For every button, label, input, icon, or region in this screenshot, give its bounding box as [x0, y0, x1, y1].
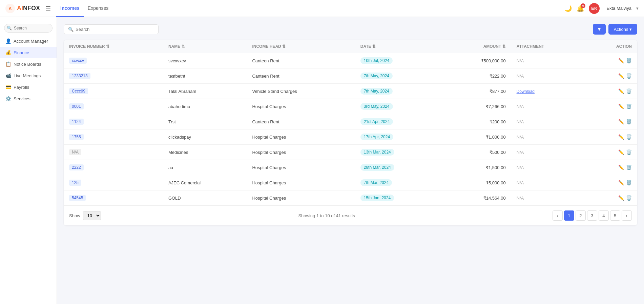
cell-name: abaho timo [163, 99, 247, 114]
invoice-badge: 1755 [69, 134, 84, 140]
attachment-na: N/A [517, 104, 524, 109]
pagination-next[interactable]: › [622, 210, 632, 221]
cell-amount: ₹500.00 [442, 145, 511, 160]
logo: A AINFOX [5, 4, 40, 13]
download-link[interactable]: Download [517, 89, 535, 94]
date-badge: 28th Mar, 2024 [360, 164, 394, 171]
table-body: xcvxcv svcxvxcv Canteen Rent 10th Jul, 2… [64, 53, 637, 206]
pagination-bar: Show 10 20 50 Showing 1 to 10 of 41 resu… [64, 205, 637, 225]
cell-income-head: Hospital Charges [247, 129, 355, 145]
cell-date: 3rd May, 2024 [355, 99, 442, 114]
delete-button[interactable]: 🗑️ [626, 149, 632, 155]
tab-expenses[interactable]: Expenses [84, 0, 112, 17]
pagination-prev[interactable]: ‹ [553, 210, 563, 221]
delete-button[interactable]: 🗑️ [626, 119, 632, 124]
edit-button[interactable]: ✏️ [618, 88, 624, 94]
results-text: Showing 1 to 10 of 41 results [298, 213, 355, 218]
edit-button[interactable]: ✏️ [618, 165, 624, 170]
cell-action: ✏️ 🗑️ [586, 68, 637, 84]
delete-button[interactable]: 🗑️ [626, 134, 632, 140]
cell-name: Trst [163, 114, 247, 129]
edit-button[interactable]: ✏️ [618, 180, 624, 185]
col-name: NAME ⇅ [163, 40, 247, 53]
invoice-badge: 54545 [69, 195, 86, 201]
cell-invoice: Cccc99 [64, 84, 163, 99]
cell-attachment: N/A [511, 175, 586, 190]
cell-invoice: 2222 [64, 160, 163, 175]
sidebar-item-label-finance: Finance [14, 50, 29, 55]
main-content: 🔍 ▼ Actions ▾ INVOICE NUMBER ⇅ NAM [57, 17, 644, 304]
app-layout: A AINFOX ☰ Incomes Expenses 🌙 🔔 9 EK Ekt… [0, 0, 644, 304]
edit-button[interactable]: ✏️ [618, 104, 624, 109]
cell-income-head: Hospital Charges [247, 99, 355, 114]
sidebar-item-label-notice-boards: Notice Boards [14, 62, 41, 67]
sidebar-item-live-meetings[interactable]: 📹 Live Meetings [0, 70, 57, 81]
cell-action: ✏️ 🗑️ [586, 145, 637, 160]
cell-amount: ₹7,266.00 [442, 99, 511, 114]
invoice-badge: xcvxcv [69, 58, 87, 64]
col-amount: AMOUNT ⇅ [442, 40, 511, 53]
cell-invoice: 1124 [64, 114, 163, 129]
delete-button[interactable]: 🗑️ [626, 73, 632, 79]
table-container: INVOICE NUMBER ⇅ NAME ⇅ INCOME HEAD ⇅ DA… [64, 40, 637, 225]
edit-button[interactable]: ✏️ [618, 73, 624, 79]
date-badge: 10th Jul, 2024 [360, 57, 393, 64]
pagination-page-1[interactable]: 1 [564, 210, 574, 221]
cell-income-head: Hospital Charges [247, 160, 355, 175]
edit-button[interactable]: ✏️ [618, 134, 624, 140]
main-layout: 🔍 👤 Account Manager 💰 Finance 📋 Notice B… [0, 17, 644, 304]
delete-button[interactable]: 🗑️ [626, 58, 632, 63]
col-action: ACTION [586, 40, 637, 53]
moon-icon-button[interactable]: 🌙 [564, 5, 572, 12]
edit-button[interactable]: ✏️ [618, 195, 624, 201]
cell-date: 7th Mar, 2024 [355, 175, 442, 190]
delete-button[interactable]: 🗑️ [626, 165, 632, 170]
attachment-na: N/A [517, 58, 524, 63]
delete-button[interactable]: 🗑️ [626, 195, 632, 201]
sidebar-item-notice-boards[interactable]: 📋 Notice Boards [0, 58, 57, 70]
attachment-na: N/A [517, 119, 524, 124]
cell-name: Talal AlSanam [163, 84, 247, 99]
sidebar-item-finance[interactable]: 💰 Finance [0, 47, 57, 58]
sidebar-item-payrolls[interactable]: 💳 Payrolls [0, 81, 57, 93]
cell-date: 17th Apr, 2024 [355, 129, 442, 145]
table-row: 1755 clickadspay Hospital Charges 17th A… [64, 129, 637, 145]
cell-attachment: N/A [511, 160, 586, 175]
cell-name: aa [163, 160, 247, 175]
sidebar-item-services[interactable]: ⚙️ Services [0, 93, 57, 104]
cell-name: tesfbetht [163, 68, 247, 84]
notification-button[interactable]: 🔔 9 [577, 5, 584, 12]
delete-button[interactable]: 🗑️ [626, 180, 632, 185]
avatar[interactable]: EK [589, 3, 600, 14]
cell-attachment: N/A [511, 53, 586, 68]
delete-button[interactable]: 🗑️ [626, 88, 632, 94]
sidebar-item-account-manager[interactable]: 👤 Account Manager [0, 35, 57, 47]
table-row: 54545 GOLD Hospital Charges 15th Jan, 20… [64, 190, 637, 206]
cell-invoice: 54545 [64, 190, 163, 206]
cell-income-head: Hospital Charges [247, 190, 355, 206]
tab-incomes[interactable]: Incomes [56, 0, 84, 17]
action-icons: ✏️ 🗑️ [591, 119, 632, 124]
user-dropdown-icon[interactable]: ▾ [636, 6, 639, 11]
pagination-page-3[interactable]: 3 [587, 210, 597, 221]
hamburger-button[interactable]: ☰ [45, 5, 51, 12]
notice-boards-icon: 📋 [5, 61, 11, 67]
pagination-page-2[interactable]: 2 [576, 210, 586, 221]
attachment-na: N/A [517, 135, 524, 140]
delete-button[interactable]: 🗑️ [626, 104, 632, 109]
filter-button[interactable]: ▼ [593, 24, 606, 35]
edit-button[interactable]: ✏️ [618, 58, 624, 63]
edit-button[interactable]: ✏️ [618, 149, 624, 155]
pagination-page-4[interactable]: 4 [599, 210, 609, 221]
sidebar-item-label-account-manager: Account Manager [14, 39, 48, 44]
user-name[interactable]: Ekta Malviya [606, 6, 631, 11]
actions-button[interactable]: Actions ▾ [608, 24, 637, 35]
edit-button[interactable]: ✏️ [618, 119, 624, 124]
pagination-page-5[interactable]: 5 [610, 210, 620, 221]
cell-date: 28th Mar, 2024 [355, 160, 442, 175]
per-page-select[interactable]: 10 20 50 [83, 211, 101, 220]
cell-amount: ₹14,564.00 [442, 190, 511, 206]
search-input[interactable] [76, 27, 154, 32]
cell-action: ✏️ 🗑️ [586, 160, 637, 175]
cell-attachment: N/A [511, 129, 586, 145]
